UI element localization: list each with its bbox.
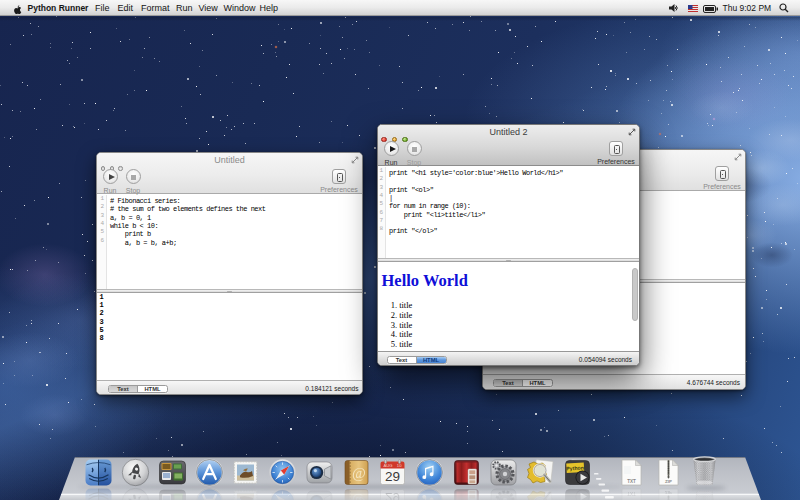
svg-text:TXT: TXT [627,479,636,484]
svg-text:29: 29 [385,469,400,484]
svg-text:ZIP: ZIP [665,479,672,484]
svg-text:@: @ [352,465,366,481]
svg-text:@: @ [352,494,366,500]
svg-text:29: 29 [385,490,400,500]
svg-text:TXT: TXT [627,491,636,496]
svg-text:AUG: AUG [384,463,393,468]
svg-text:10: 10 [397,463,402,468]
svg-text:ZIP: ZIP [665,490,672,495]
svg-text:Python: Python [566,465,584,472]
